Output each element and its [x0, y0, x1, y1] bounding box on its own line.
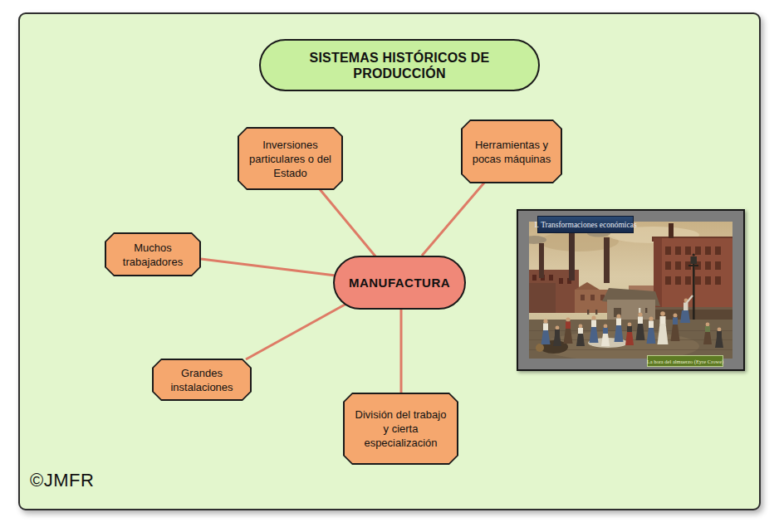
branch-box-grandes-instalaciones: Grandes instalaciones	[152, 359, 252, 401]
painting-image	[529, 222, 732, 359]
branch-box-muchos-trabajadores: Muchos trabajadores	[105, 232, 201, 276]
slide-page: SISTEMAS HISTÓRICOS DE PRODUCCIÓN Invers…	[0, 0, 779, 532]
branch-box-inversiones: Inversiones particulares o del Estado	[238, 127, 343, 190]
painting-header-text: I. Transformaciones económicas	[534, 221, 636, 229]
center-node-manufactura: MANUFACTURA	[333, 256, 466, 310]
painting-caption-banner: La hora del almuerzo (Eyre Crowe)	[647, 355, 723, 367]
title-bubble: SISTEMAS HISTÓRICOS DE PRODUCCIÓN	[259, 39, 540, 91]
branch-label: División del trabajo y cierta especializ…	[343, 393, 458, 465]
painting-frame: I. Transformaciones económicas La hora d…	[517, 209, 745, 371]
branch-label: Muchos trabajadores	[105, 232, 201, 276]
painting-caption-text: La hora del almuerzo (Eyre Crowe)	[647, 359, 724, 364]
branch-label: Inversiones particulares o del Estado	[238, 127, 343, 190]
center-node-label: MANUFACTURA	[349, 276, 450, 290]
title-text: SISTEMAS HISTÓRICOS DE PRODUCCIÓN	[281, 50, 518, 81]
painting-header-banner: I. Transformaciones económicas	[537, 216, 634, 233]
branch-box-division-trabajo: División del trabajo y cierta especializ…	[343, 393, 458, 465]
branch-label: Herramientas y pocas máquinas	[461, 120, 562, 183]
branch-box-herramientas: Herramientas y pocas máquinas	[461, 120, 562, 183]
branch-label: Grandes instalaciones	[152, 359, 252, 401]
credit-text: ©JMFR	[30, 470, 94, 491]
